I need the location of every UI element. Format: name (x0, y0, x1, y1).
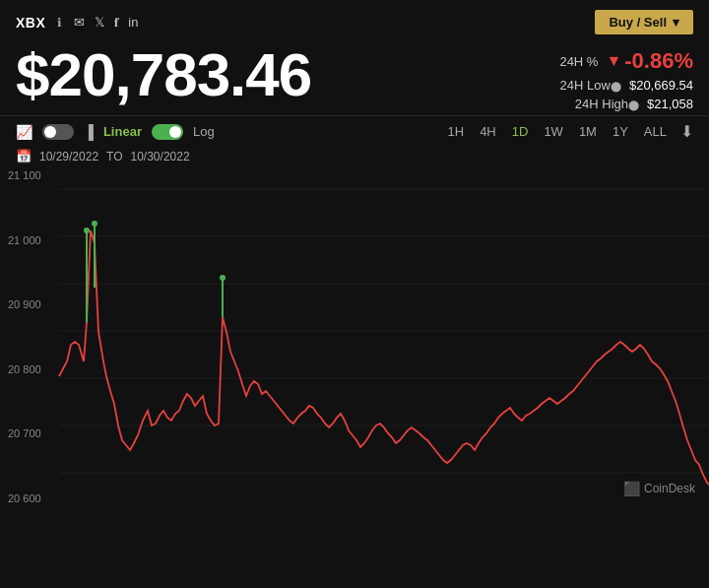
price-line (59, 230, 709, 485)
time-btn-1h[interactable]: 1H (442, 122, 471, 141)
email-icon[interactable]: ✉ (74, 15, 85, 30)
date-from: 10/29/2022 (39, 150, 98, 163)
date-range: 📅 10/29/2022 TO 10/30/2022 (0, 145, 709, 165)
price-chart-svg (0, 169, 709, 504)
download-icon[interactable]: ⬇ (680, 122, 693, 141)
price-row: $20,783.46 24H % ▼ -0.86% 24H Low⬤ $20,6… (0, 40, 709, 115)
ticker-label: XBX (16, 15, 45, 31)
chart-type-toggle[interactable] (42, 124, 74, 140)
low-row: 24H Low⬤ $20,669.54 (560, 78, 693, 93)
low-value: $20,669.54 (629, 78, 693, 93)
high-value: $21,058 (647, 97, 693, 111)
high-row: 24H High⬤ $21,058 (575, 97, 693, 111)
linkedin-icon[interactable]: in (128, 15, 138, 30)
info-icon[interactable]: ℹ (57, 16, 62, 30)
change-value: ▼ -0.86% (606, 48, 693, 74)
time-btn-1m[interactable]: 1M (573, 122, 603, 141)
spike-3-dot (220, 275, 226, 281)
main-price: $20,783.46 (16, 44, 311, 105)
stats-block: 24H % ▼ -0.86% 24H Low⬤ $20,669.54 24H H… (559, 44, 693, 111)
scale-toggle[interactable] (152, 124, 183, 140)
chart-area: 21 100 21 000 20 900 20 800 20 700 20 60… (0, 169, 709, 504)
log-label: Log (193, 124, 215, 139)
coindesk-logo-icon: ⬛ (623, 481, 640, 496)
time-btn-1d[interactable]: 1D (506, 122, 535, 141)
facebook-icon[interactable]: 𝐟 (114, 15, 118, 31)
spike-2-dot (92, 221, 97, 227)
high-info-icon[interactable]: ⬤ (628, 99, 639, 110)
change-label: 24H % (559, 54, 598, 69)
chart-controls: 📈 ▐ Linear Log 1H 4H 1D 1W 1M 1Y ALL ⬇ (0, 115, 709, 145)
low-label: 24H Low⬤ (560, 78, 621, 93)
social-icons: ✉ 𝕏 𝐟 in (74, 15, 138, 31)
date-separator: TO (106, 150, 122, 163)
bar-chart-icon[interactable]: ▐ (84, 124, 94, 140)
twitter-icon[interactable]: 𝕏 (95, 15, 104, 30)
change-row: 24H % ▼ -0.86% (559, 48, 693, 74)
high-label: 24H High⬤ (575, 97, 639, 111)
spike-1-dot (84, 228, 90, 233)
time-btn-1y[interactable]: 1Y (607, 122, 634, 141)
buy-sell-button[interactable]: Buy / Sell ▾ (595, 10, 693, 34)
time-btn-all[interactable]: ALL (638, 122, 673, 141)
coindesk-text: CoinDesk (644, 482, 695, 495)
low-info-icon[interactable]: ⬤ (611, 81, 621, 92)
down-arrow-icon: ▼ (606, 52, 621, 70)
time-btn-4h[interactable]: 4H (474, 122, 502, 141)
chevron-down-icon: ▾ (673, 15, 679, 30)
area-chart-icon[interactable]: 📈 (16, 124, 32, 140)
coindesk-watermark: ⬛ CoinDesk (623, 481, 695, 496)
time-buttons: 1H 4H 1D 1W 1M 1Y ALL ⬇ (442, 122, 693, 141)
time-btn-1w[interactable]: 1W (538, 122, 569, 141)
linear-label: Linear (103, 124, 142, 139)
calendar-icon: 📅 (16, 149, 32, 163)
header: XBX ℹ ✉ 𝕏 𝐟 in Buy / Sell ▾ (0, 0, 709, 40)
date-to: 10/30/2022 (131, 150, 190, 163)
